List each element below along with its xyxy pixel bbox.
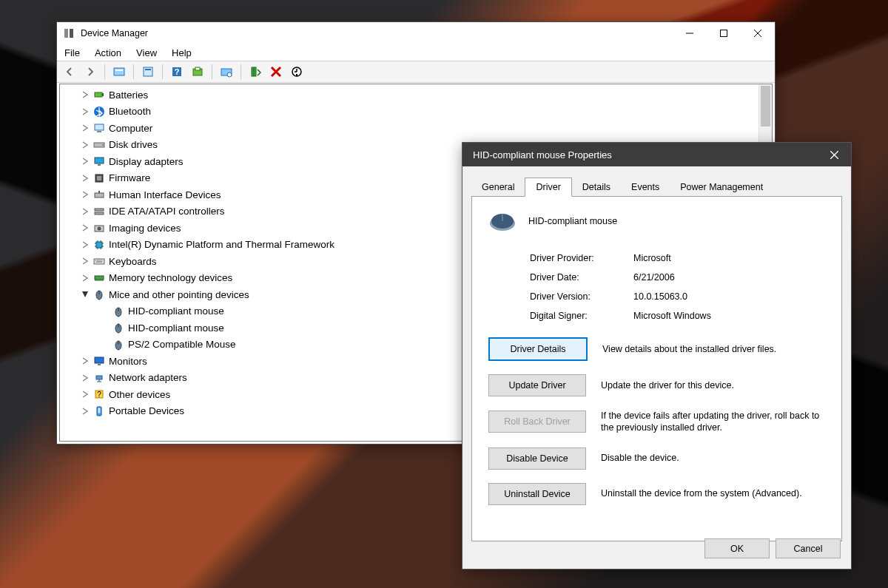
mouse-icon	[112, 338, 125, 351]
properties-dialog: HID-compliant mouse Properties General D…	[462, 142, 852, 570]
portable-icon	[92, 405, 106, 418]
toolbar-properties-button[interactable]	[138, 63, 158, 81]
driver-provider-value: Microsoft	[633, 253, 825, 263]
tree-leaf-label: HID-compliant mouse	[128, 322, 224, 334]
imaging-icon	[92, 221, 106, 234]
toolbar-details-button[interactable]	[287, 63, 306, 81]
tree-leaf-label: HID-compliant mouse	[128, 305, 224, 317]
mouse-icon	[112, 305, 125, 318]
toolbar-help-button[interactable]: ?	[167, 63, 186, 81]
toolbar-scan-button[interactable]	[217, 63, 236, 81]
chevron-icon[interactable]	[79, 175, 91, 182]
chevron-icon[interactable]	[79, 208, 91, 215]
svg-point-31	[98, 227, 101, 231]
tab-general[interactable]: General	[471, 178, 525, 196]
tree-node-bluetooth[interactable]: Bluetooth	[60, 104, 758, 121]
svg-rect-23	[98, 164, 101, 166]
memory-icon	[92, 271, 106, 285]
chevron-icon[interactable]	[81, 288, 89, 300]
driver-version-value: 10.0.15063.0	[633, 291, 825, 302]
toolbar-show-hidden-button[interactable]	[110, 63, 129, 81]
properties-close-button[interactable]	[817, 151, 851, 159]
computer-icon	[92, 121, 106, 135]
chevron-icon[interactable]	[79, 408, 91, 415]
ok-button[interactable]: OK	[704, 538, 770, 558]
chevron-icon[interactable]	[79, 241, 91, 249]
close-button[interactable]	[741, 22, 775, 44]
tree-node-label: Mice and other pointing devices	[109, 289, 249, 300]
svg-rect-16	[102, 93, 104, 96]
chevron-icon[interactable]	[79, 357, 91, 365]
svg-rect-26	[95, 193, 104, 197]
chevron-icon[interactable]	[79, 141, 91, 149]
tree-node-label: Portable Devices	[109, 405, 184, 416]
disable-device-button[interactable]: Disable Device	[488, 447, 586, 470]
menu-file[interactable]: File	[64, 47, 80, 58]
properties-tabs: General Driver Details Events Power Mana…	[471, 175, 842, 197]
titlebar[interactable]: Device Manager	[57, 22, 775, 44]
svg-text:?: ?	[175, 67, 180, 76]
driver-provider-label: Driver Provider:	[530, 253, 633, 263]
tree-node-label: Display adapters	[109, 156, 184, 167]
svg-rect-18	[95, 124, 104, 130]
driver-date-value: 6/21/2006	[633, 272, 825, 283]
chevron-icon[interactable]	[79, 191, 91, 198]
svg-rect-34	[95, 276, 104, 280]
properties-titlebar[interactable]: HID-compliant mouse Properties	[462, 143, 851, 166]
tree-node-label: Memory technology devices	[109, 272, 232, 283]
svg-rect-1	[70, 29, 73, 38]
driver-tab-body: HID-compliant mouse Driver Provider: Mic…	[471, 197, 842, 541]
desktop-background: Device Manager File Action View Help ?	[0, 0, 888, 588]
maximize-button[interactable]	[707, 22, 741, 44]
mouse-icon	[112, 321, 125, 334]
toolbar-add-legacy-button[interactable]	[246, 63, 265, 81]
tree-node-label: Other devices	[109, 389, 170, 400]
window-title: Device Manager	[81, 28, 673, 38]
driver-details-desc: View details about the installed driver …	[602, 343, 825, 355]
chevron-icon[interactable]	[79, 274, 91, 282]
tree-node-battery[interactable]: Batteries	[60, 87, 758, 104]
properties-title: HID-compliant mouse Properties	[473, 149, 817, 160]
toolbar-back-button[interactable]	[60, 63, 79, 81]
cancel-button[interactable]: Cancel	[776, 538, 841, 558]
chevron-icon[interactable]	[79, 158, 91, 165]
scrollbar-thumb[interactable]	[761, 86, 770, 126]
chevron-icon[interactable]	[79, 108, 91, 115]
toolbar-update-button[interactable]	[188, 63, 207, 81]
minimize-button[interactable]	[673, 22, 707, 44]
menu-action[interactable]: Action	[95, 47, 121, 58]
digital-signer-value: Microsoft Windows	[633, 311, 825, 321]
svg-rect-5	[144, 67, 152, 76]
hid-icon	[92, 188, 106, 201]
roll-back-driver-button: Roll Back Driver	[488, 410, 586, 433]
svg-rect-29	[95, 212, 104, 214]
chevron-icon[interactable]	[79, 257, 91, 265]
other-icon: ?	[92, 388, 106, 401]
tree-node-label: Human Interface Devices	[109, 189, 221, 200]
update-driver-desc: Update the driver for this device.	[601, 379, 825, 391]
chevron-icon[interactable]	[79, 91, 91, 98]
uninstall-device-button[interactable]: Uninstall Device	[488, 483, 586, 505]
update-driver-button[interactable]: Update Driver	[488, 374, 586, 396]
menu-view[interactable]: View	[136, 47, 157, 58]
tree-node-computer[interactable]: Computer	[60, 120, 758, 137]
chevron-icon[interactable]	[79, 374, 91, 382]
tab-details[interactable]: Details	[572, 178, 621, 196]
roll-back-driver-desc: If the device fails after updating the d…	[601, 410, 825, 434]
chevron-icon[interactable]	[79, 224, 91, 232]
device-name: HID-compliant mouse	[528, 216, 617, 226]
chevron-icon[interactable]	[79, 391, 91, 398]
tree-node-label: Batteries	[109, 89, 148, 101]
chip-icon	[92, 238, 106, 251]
svg-rect-40	[98, 364, 101, 365]
menu-help[interactable]: Help	[172, 47, 192, 58]
tab-power-management[interactable]: Power Management	[670, 178, 773, 196]
toolbar-forward-button[interactable]	[81, 63, 100, 81]
tab-events[interactable]: Events	[621, 178, 670, 196]
tab-driver[interactable]: Driver	[525, 178, 571, 197]
chevron-icon[interactable]	[79, 124, 91, 132]
mouse-large-icon	[488, 210, 517, 232]
driver-details-button[interactable]: Driver Details	[488, 337, 588, 361]
toolbar-remove-button[interactable]	[266, 63, 286, 81]
svg-rect-25	[97, 176, 101, 180]
